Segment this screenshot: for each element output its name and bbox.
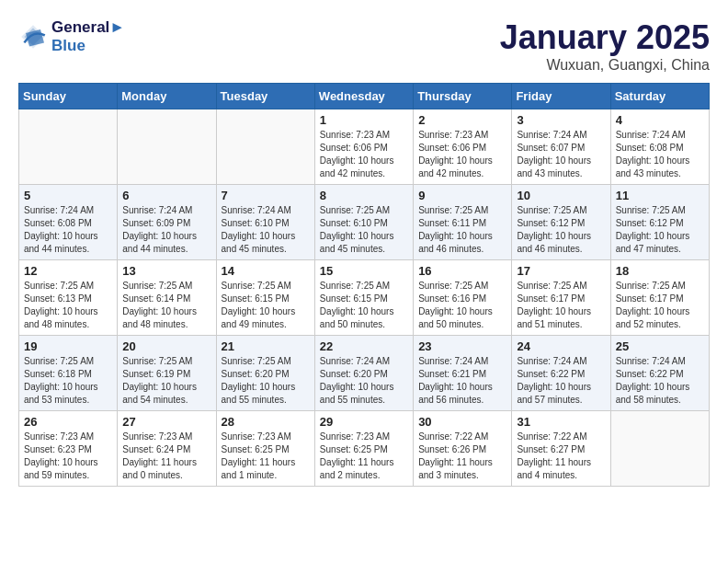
calendar-cell: 16Sunrise: 7:25 AMSunset: 6:16 PMDayligh…: [414, 260, 512, 336]
day-info: Sunrise: 7:24 AMSunset: 6:22 PMDaylight:…: [616, 355, 704, 407]
day-info: Sunrise: 7:25 AMSunset: 6:15 PMDaylight:…: [320, 280, 408, 331]
day-number: 23: [418, 339, 506, 353]
calendar-week-row: 5Sunrise: 7:24 AMSunset: 6:08 PMDaylight…: [19, 185, 710, 260]
calendar-cell: 14Sunrise: 7:25 AMSunset: 6:15 PMDayligh…: [216, 260, 314, 336]
calendar-cell: 18Sunrise: 7:25 AMSunset: 6:17 PMDayligh…: [610, 260, 709, 336]
calendar-cell: 23Sunrise: 7:24 AMSunset: 6:21 PMDayligh…: [414, 336, 512, 411]
calendar-cell: 5Sunrise: 7:24 AMSunset: 6:08 PMDaylight…: [19, 185, 118, 260]
calendar-cell: 9Sunrise: 7:25 AMSunset: 6:11 PMDaylight…: [414, 185, 512, 260]
calendar-cell: [216, 109, 314, 185]
day-info: Sunrise: 7:25 AMSunset: 6:20 PMDaylight:…: [222, 355, 310, 407]
calendar-cell: 20Sunrise: 7:25 AMSunset: 6:19 PMDayligh…: [118, 336, 216, 411]
page-header: General► Blue January 2025 Wuxuan, Guang…: [18, 18, 710, 74]
weekday-header-saturday: Saturday: [610, 84, 709, 109]
day-info: Sunrise: 7:24 AMSunset: 6:09 PMDaylight:…: [122, 204, 210, 256]
day-number: 10: [517, 189, 605, 202]
logo-icon: [18, 22, 48, 52]
day-number: 18: [616, 264, 704, 278]
calendar-cell: [19, 109, 118, 185]
calendar-cell: 10Sunrise: 7:25 AMSunset: 6:12 PMDayligh…: [512, 185, 610, 260]
day-info: Sunrise: 7:23 AMSunset: 6:25 PMDaylight:…: [222, 431, 310, 482]
day-info: Sunrise: 7:25 AMSunset: 6:12 PMDaylight:…: [517, 204, 605, 256]
day-info: Sunrise: 7:25 AMSunset: 6:14 PMDaylight:…: [122, 280, 210, 331]
day-number: 7: [222, 189, 310, 202]
weekday-header-row: SundayMondayTuesdayWednesdayThursdayFrid…: [19, 84, 710, 109]
day-info: Sunrise: 7:25 AMSunset: 6:11 PMDaylight:…: [418, 204, 506, 256]
calendar-cell: 12Sunrise: 7:25 AMSunset: 6:13 PMDayligh…: [19, 260, 118, 336]
day-number: 13: [122, 264, 210, 278]
logo: General► Blue: [18, 18, 125, 55]
day-number: 24: [517, 339, 605, 353]
calendar-cell: 22Sunrise: 7:24 AMSunset: 6:20 PMDayligh…: [314, 336, 413, 411]
day-info: Sunrise: 7:25 AMSunset: 6:12 PMDaylight:…: [616, 204, 704, 256]
calendar-cell: 8Sunrise: 7:25 AMSunset: 6:10 PMDaylight…: [314, 185, 413, 260]
day-number: 31: [517, 415, 605, 429]
calendar-cell: 29Sunrise: 7:23 AMSunset: 6:25 PMDayligh…: [314, 411, 413, 487]
day-number: 28: [222, 415, 310, 429]
day-number: 6: [122, 189, 210, 202]
day-number: 16: [418, 264, 506, 278]
day-info: Sunrise: 7:23 AMSunset: 6:06 PMDaylight:…: [320, 129, 408, 180]
day-number: 26: [24, 415, 112, 429]
day-info: Sunrise: 7:24 AMSunset: 6:10 PMDaylight:…: [222, 204, 310, 256]
day-info: Sunrise: 7:25 AMSunset: 6:18 PMDaylight:…: [24, 355, 112, 407]
day-number: 27: [122, 415, 210, 429]
weekday-header-sunday: Sunday: [19, 84, 118, 109]
day-number: 20: [122, 339, 210, 353]
day-number: 11: [616, 189, 704, 202]
day-number: 9: [418, 189, 506, 202]
weekday-header-thursday: Thursday: [414, 84, 512, 109]
day-info: Sunrise: 7:24 AMSunset: 6:20 PMDaylight:…: [320, 355, 408, 407]
day-info: Sunrise: 7:25 AMSunset: 6:19 PMDaylight:…: [122, 355, 210, 407]
day-number: 29: [320, 415, 408, 429]
calendar-cell: [610, 411, 709, 487]
day-number: 12: [24, 264, 112, 278]
calendar-cell: 17Sunrise: 7:25 AMSunset: 6:17 PMDayligh…: [512, 260, 610, 336]
calendar-table: SundayMondayTuesdayWednesdayThursdayFrid…: [18, 83, 710, 487]
day-info: Sunrise: 7:23 AMSunset: 6:24 PMDaylight:…: [122, 431, 210, 482]
day-number: 8: [320, 189, 408, 202]
logo-text: General► Blue: [51, 18, 125, 55]
day-info: Sunrise: 7:24 AMSunset: 6:07 PMDaylight:…: [517, 129, 605, 180]
calendar-cell: 4Sunrise: 7:24 AMSunset: 6:08 PMDaylight…: [610, 109, 709, 185]
day-number: 5: [24, 189, 112, 202]
day-info: Sunrise: 7:23 AMSunset: 6:25 PMDaylight:…: [320, 431, 408, 482]
day-number: 2: [418, 113, 506, 127]
calendar-cell: 28Sunrise: 7:23 AMSunset: 6:25 PMDayligh…: [216, 411, 314, 487]
calendar-cell: 15Sunrise: 7:25 AMSunset: 6:15 PMDayligh…: [314, 260, 413, 336]
calendar-cell: 31Sunrise: 7:22 AMSunset: 6:27 PMDayligh…: [512, 411, 610, 487]
day-number: 14: [222, 264, 310, 278]
day-info: Sunrise: 7:24 AMSunset: 6:08 PMDaylight:…: [616, 129, 704, 180]
day-info: Sunrise: 7:22 AMSunset: 6:27 PMDaylight:…: [517, 431, 605, 482]
day-info: Sunrise: 7:25 AMSunset: 6:17 PMDaylight:…: [517, 280, 605, 331]
calendar-cell: 24Sunrise: 7:24 AMSunset: 6:22 PMDayligh…: [512, 336, 610, 411]
day-info: Sunrise: 7:24 AMSunset: 6:21 PMDaylight:…: [418, 355, 506, 407]
calendar-cell: 2Sunrise: 7:23 AMSunset: 6:06 PMDaylight…: [414, 109, 512, 185]
day-number: 1: [320, 113, 408, 127]
calendar-cell: 3Sunrise: 7:24 AMSunset: 6:07 PMDaylight…: [512, 109, 610, 185]
day-number: 19: [24, 339, 112, 353]
weekday-header-tuesday: Tuesday: [216, 84, 314, 109]
calendar-cell: 11Sunrise: 7:25 AMSunset: 6:12 PMDayligh…: [610, 185, 709, 260]
title-block: January 2025 Wuxuan, Guangxi, China: [500, 18, 710, 74]
day-number: 3: [517, 113, 605, 127]
location: Wuxuan, Guangxi, China: [500, 57, 710, 74]
day-info: Sunrise: 7:25 AMSunset: 6:17 PMDaylight:…: [616, 280, 704, 331]
calendar-cell: 19Sunrise: 7:25 AMSunset: 6:18 PMDayligh…: [19, 336, 118, 411]
weekday-header-monday: Monday: [118, 84, 216, 109]
calendar-week-row: 1Sunrise: 7:23 AMSunset: 6:06 PMDaylight…: [19, 109, 710, 185]
calendar-week-row: 26Sunrise: 7:23 AMSunset: 6:23 PMDayligh…: [19, 411, 710, 487]
day-number: 25: [616, 339, 704, 353]
day-info: Sunrise: 7:24 AMSunset: 6:22 PMDaylight:…: [517, 355, 605, 407]
calendar-cell: [118, 109, 216, 185]
calendar-cell: 30Sunrise: 7:22 AMSunset: 6:26 PMDayligh…: [414, 411, 512, 487]
calendar-cell: 7Sunrise: 7:24 AMSunset: 6:10 PMDaylight…: [216, 185, 314, 260]
weekday-header-friday: Friday: [512, 84, 610, 109]
calendar-week-row: 19Sunrise: 7:25 AMSunset: 6:18 PMDayligh…: [19, 336, 710, 411]
calendar-cell: 27Sunrise: 7:23 AMSunset: 6:24 PMDayligh…: [118, 411, 216, 487]
day-number: 15: [320, 264, 408, 278]
day-info: Sunrise: 7:25 AMSunset: 6:16 PMDaylight:…: [418, 280, 506, 331]
day-info: Sunrise: 7:23 AMSunset: 6:06 PMDaylight:…: [418, 129, 506, 180]
calendar-cell: 13Sunrise: 7:25 AMSunset: 6:14 PMDayligh…: [118, 260, 216, 336]
calendar-cell: 6Sunrise: 7:24 AMSunset: 6:09 PMDaylight…: [118, 185, 216, 260]
